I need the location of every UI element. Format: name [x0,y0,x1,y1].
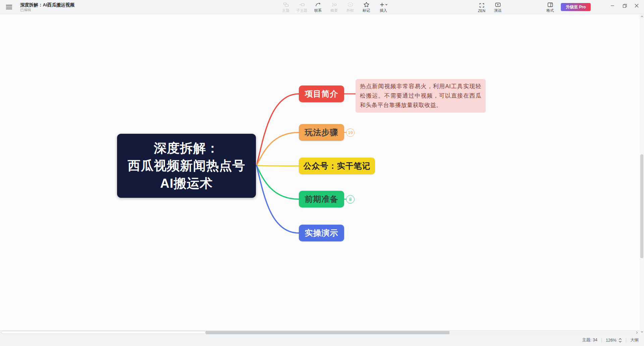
topic-preparation[interactable]: 前期准备 [299,191,344,208]
main-menu-button[interactable] [4,2,14,12]
toolbar-insert-button[interactable]: 插入 [374,0,392,14]
connector-branch-1 [257,94,299,166]
document-save-status: 已编辑 [20,8,74,12]
vertical-scroll-thumb[interactable] [640,154,643,258]
topic-label: 前期准备 [305,194,338,205]
view-tools: ZEN 演说 [474,0,506,14]
note-text: 热点新闻视频非常容易火，利用AI工具实现轻松搬运。不需要通过中视频，可以直接在西… [360,83,481,108]
zoom-stepper-icon[interactable] [619,338,622,343]
horizontal-scrollbar[interactable] [0,330,644,334]
topic-icon [283,2,289,8]
hamburger-icon [6,5,12,9]
toolbar-marker-button[interactable]: 标记 [358,0,374,14]
statusbar-divider [626,338,626,343]
vertical-scrollbar[interactable] [640,14,644,334]
topic-gameplay-steps[interactable]: 玩法步骤 [299,124,344,141]
horizontal-scroll-thumb[interactable] [206,331,449,334]
root-topic[interactable]: 深度拆解： 西瓜视频新闻热点号 AI搬运术 [117,134,256,198]
zen-icon [479,2,485,8]
topic-count: 主题: 34 [582,337,597,343]
connector-branch-3 [257,166,299,166]
toolbar-summary-button[interactable]: 概要 [326,0,342,14]
relationship-icon [315,2,321,8]
topic-label: 玩法步骤 [305,127,338,138]
close-icon [635,4,639,8]
minimize-icon [610,4,614,8]
format-sidebar-icon [547,2,553,8]
collapsed-children-badge[interactable]: 8 [346,195,355,204]
toolbar-boundary-button[interactable]: 外框 [342,0,358,14]
zoom-control[interactable]: 126% [606,338,622,343]
upgrade-pro-button[interactable]: 升级至 Pro [561,3,591,11]
insert-plus-icon [379,2,388,8]
restore-icon [623,4,627,8]
restore-button[interactable] [619,0,631,11]
toolbar-relationship-button[interactable]: 联系 [310,0,326,14]
connector-branch-4 [257,166,299,199]
window-controls [606,0,643,11]
zen-mode-button[interactable]: ZEN [474,0,490,14]
badge-count: 19 [348,130,353,135]
topic-label: 实操演示 [305,228,338,238]
play-presentation-icon [495,2,501,8]
topic-label: 公众号：实干笔记 [304,161,371,171]
statusbar-divider [601,338,602,343]
toolbar-subtopic-button[interactable]: 子主题 [294,0,310,14]
topic-wechat-account[interactable]: 公众号：实干笔记 [299,158,375,174]
zoom-level: 126% [606,338,616,343]
topic-demo[interactable]: 实操演示 [299,225,344,241]
present-button[interactable]: 演说 [490,0,506,14]
document-title: 深度拆解：AI西瓜搬运视频 [20,2,74,8]
outline-toggle[interactable]: 大纲 [630,337,639,343]
marker-star-icon [363,2,370,8]
statusbar: 主题: 34 126% 大纲 [0,334,644,346]
badge-count: 8 [349,197,352,202]
collapsed-children-badge[interactable]: 19 [346,128,355,137]
format-panel-group: 格式 [542,0,558,14]
close-button[interactable] [631,0,643,11]
format-panel-button[interactable]: 格式 [542,0,558,14]
topic-label: 项目简介 [305,89,338,99]
titlebar: 深度拆解：AI西瓜搬运视频 已编辑 主题 子主题 联系 概要 [0,0,644,14]
xmind-app-window: 深度拆解：AI西瓜搬运视频 已编辑 主题 子主题 联系 概要 [0,0,644,346]
boundary-icon [347,2,354,8]
topic-note[interactable]: 热点新闻视频非常容易火，利用AI工具实现轻松搬运。不需要通过中视频，可以直接在西… [356,79,486,113]
minimize-button[interactable] [606,0,619,11]
mindmap-canvas[interactable]: 深度拆解： 西瓜视频新闻热点号 AI搬运术 项目简介 玩法步骤 公众号：实干笔记… [0,14,644,334]
main-toolbar: 主题 子主题 联系 概要 外框 标记 [278,0,392,14]
toolbar-topic-button[interactable]: 主题 [278,0,294,14]
root-topic-label: 深度拆解： 西瓜视频新闻热点号 AI搬运术 [128,139,246,192]
topic-project-intro[interactable]: 项目简介 [299,85,344,102]
scroll-track-segment [1,331,206,334]
subtopic-icon [299,2,305,8]
summary-icon [331,2,337,8]
scroll-down-arrow[interactable] [640,330,644,334]
scroll-up-arrow[interactable] [640,15,644,18]
